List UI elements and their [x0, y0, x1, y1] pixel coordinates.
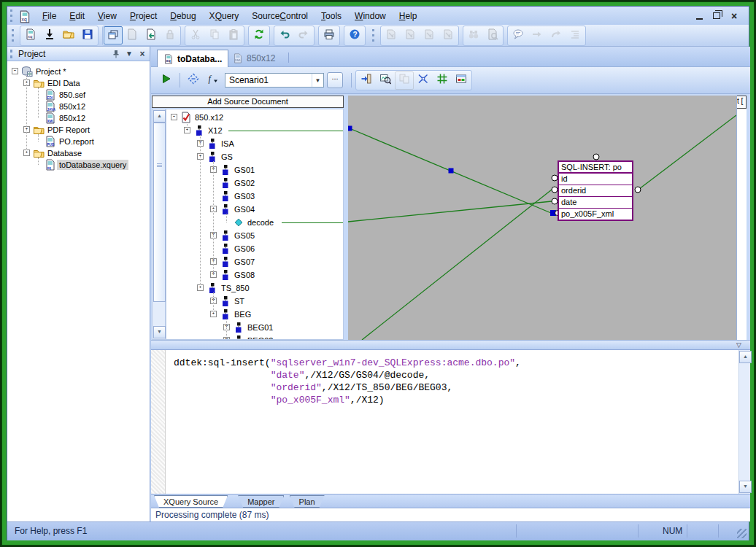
sql-insert-node[interactable]: SQL-INSERT: poidorderiddatepo_x005F_xml: [558, 160, 633, 221]
source-item-beg01[interactable]: +BEG01: [166, 321, 343, 334]
input-port[interactable]: [552, 175, 558, 181]
project-item-po-report[interactable]: PUBPO.report: [7, 136, 150, 147]
editor-scroll-down-icon[interactable]: ▼: [739, 481, 752, 493]
scenario-combobox[interactable]: Scenario1 ▼: [225, 73, 324, 88]
tab-850x12[interactable]: XML850x12: [227, 50, 281, 67]
menu-project[interactable]: Project: [123, 9, 163, 23]
redo-button[interactable]: [294, 26, 313, 44]
scroll-up-icon[interactable]: ▲: [153, 110, 166, 123]
help-button[interactable]: ?: [345, 26, 364, 44]
source-tree-scrollbar[interactable]: ▲ ▼: [152, 109, 166, 340]
menubar-grip[interactable]: [10, 9, 15, 22]
open-folder-button[interactable]: [59, 26, 78, 44]
run-button[interactable]: [157, 71, 176, 90]
menu-view[interactable]: View: [91, 9, 123, 23]
result-window-button[interactable]: [452, 71, 471, 90]
menu-window[interactable]: Window: [348, 9, 393, 23]
paste-button[interactable]: [224, 26, 243, 44]
source-item-isa[interactable]: +ISA: [166, 137, 343, 150]
collapse-toggle-icon[interactable]: -: [12, 68, 18, 74]
source-item-beg02[interactable]: +BEG02: [166, 334, 343, 340]
link-marker[interactable]: [348, 126, 352, 131]
source-item-gs[interactable]: -GS: [166, 150, 343, 163]
collapse-links-button[interactable]: [414, 71, 433, 90]
preview-result-button[interactable]: [376, 71, 395, 90]
menu-help[interactable]: Help: [393, 9, 424, 23]
menu-edit[interactable]: Edit: [63, 9, 91, 23]
mapper-editor-splitter[interactable]: ▽: [151, 340, 750, 349]
lock-button[interactable]: [161, 26, 180, 44]
source-item-gs08[interactable]: +GS08: [166, 268, 343, 282]
doc-arrow-3-button[interactable]: [420, 26, 439, 44]
input-port[interactable]: [552, 187, 558, 193]
indent-lines-button[interactable]: [566, 26, 585, 44]
minimize-button[interactable]: [692, 10, 706, 22]
node-field-orderid[interactable]: orderid: [559, 185, 632, 197]
source-item-gs07[interactable]: +GS07: [166, 255, 343, 268]
print-button[interactable]: [320, 26, 339, 44]
project-item-850x12[interactable]: JAVA850x12: [7, 101, 150, 112]
doc-arrow-1-button[interactable]: [382, 26, 401, 44]
source-item-gs01[interactable]: +GS01: [166, 163, 343, 176]
node-field-po_x005F_xml[interactable]: po_x005F_xml: [559, 209, 632, 220]
project-close-icon[interactable]: ×: [136, 49, 148, 59]
tab-todataba-[interactable]: xqtoDataba...: [157, 50, 228, 67]
mapping-canvas[interactable]: SQL-INSERT: poidorderiddatepo_x005F_xml: [348, 96, 736, 340]
import-file-button[interactable]: [40, 26, 59, 44]
save-button[interactable]: [78, 26, 97, 44]
source-item-ts-850[interactable]: -TS_850: [166, 282, 343, 295]
editor-scroll-up-icon[interactable]: ▲: [739, 351, 752, 363]
flow-port[interactable]: [593, 154, 599, 160]
view-tab-plan[interactable]: Plan: [290, 495, 325, 508]
link-marker[interactable]: [449, 168, 454, 174]
function-button[interactable]: f: [203, 71, 222, 90]
toolbar-grip-2[interactable]: [372, 29, 377, 42]
step-arrow-button[interactable]: [547, 26, 566, 44]
assign-arrow-button[interactable]: [528, 26, 547, 44]
project-item-850x12[interactable]: XML850x12: [7, 112, 150, 124]
menu-tools[interactable]: Tools: [315, 9, 348, 23]
xml-map-button[interactable]: [184, 71, 203, 90]
source-item-gs05[interactable]: +GS05: [166, 229, 343, 242]
linked-docs-button[interactable]: [395, 71, 414, 90]
source-item-850-x12[interactable]: -850.x12: [166, 111, 343, 124]
scenario-browse-button[interactable]: ...: [327, 72, 343, 88]
source-item-beg[interactable]: -BEG: [166, 308, 343, 321]
add-source-document-button[interactable]: Add Source Document: [152, 96, 344, 108]
splitter-collapse-icon[interactable]: ▽: [736, 341, 741, 349]
find-next-button[interactable]: [483, 26, 502, 44]
editor-scrollbar[interactable]: ▲ ▼: [738, 350, 750, 494]
source-item-gs02[interactable]: GS02: [166, 176, 343, 190]
doc-arrow-4-button[interactable]: [439, 26, 458, 44]
back-document-button[interactable]: [142, 26, 161, 44]
chevron-down-icon[interactable]: ▼: [123, 49, 135, 59]
source-item-gs06[interactable]: GS06: [166, 242, 343, 255]
source-item-st[interactable]: +ST: [166, 295, 343, 308]
resize-grip[interactable]: [737, 529, 747, 538]
project-item-edi-data[interactable]: -EDI Data: [7, 77, 150, 89]
view-tab-mapper[interactable]: Mapper: [238, 495, 284, 508]
comment-bubble-button[interactable]: [509, 26, 528, 44]
input-port[interactable]: [552, 198, 558, 204]
refresh-button[interactable]: [250, 26, 269, 44]
project-item-project-[interactable]: -Project *: [7, 66, 150, 77]
collapse-toggle-icon[interactable]: -: [171, 114, 177, 120]
cut-button[interactable]: [186, 26, 205, 44]
new-window-button[interactable]: [123, 26, 142, 44]
menu-debug[interactable]: Debug: [163, 9, 202, 23]
project-item-850-sef[interactable]: EDI850.sef: [7, 89, 150, 101]
copy-button[interactable]: [205, 26, 224, 44]
project-panel-grip[interactable]: [10, 50, 15, 58]
sql-insert-node-title[interactable]: SQL-INSERT: po: [559, 162, 632, 174]
export-door-button[interactable]: [357, 71, 376, 90]
align-links-button[interactable]: [433, 71, 452, 90]
doc-arrow-2-button[interactable]: [401, 26, 420, 44]
source-item-x12[interactable]: -X12: [166, 124, 343, 137]
toolbar-grip-1[interactable]: [12, 29, 16, 42]
restore-button[interactable]: [709, 10, 724, 22]
project-item-database[interactable]: -Database: [7, 147, 150, 159]
project-item-todatabase-xquery[interactable]: xqtoDatabase.xquery: [7, 159, 150, 171]
node-field-id[interactable]: id: [559, 174, 632, 185]
scrollbar-thumb[interactable]: [153, 123, 166, 302]
source-item-decode[interactable]: decode: [166, 216, 343, 229]
